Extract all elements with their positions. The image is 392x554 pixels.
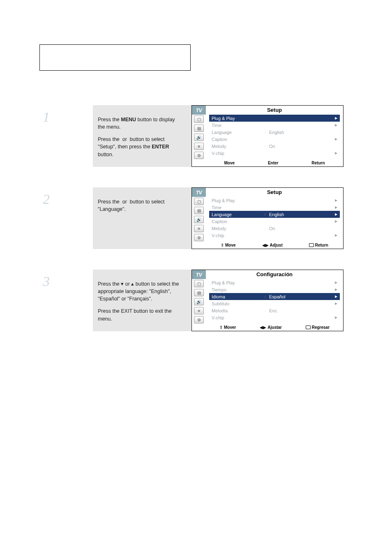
title-box	[39, 44, 191, 71]
channel-icon: ✕	[192, 142, 206, 151]
chevron-right-icon: ▶	[332, 123, 337, 127]
osd-row: Tiempo▶	[209, 286, 340, 293]
row-label: Plug & Play	[212, 116, 261, 121]
chevron-right-icon: ▶	[332, 233, 337, 237]
row-sep: :	[261, 145, 269, 148]
chevron-right-icon: ▶	[332, 205, 337, 209]
osd-row: V-chip▶	[209, 314, 340, 321]
footer-item: Regresar	[306, 325, 330, 330]
channel-icon: ✕	[192, 306, 206, 315]
footer-item: Return	[309, 243, 328, 247]
instruction-text: Press the or button to select "Language"…	[98, 198, 180, 218]
row-label: Melody	[212, 226, 261, 231]
row-label: Plug & Play	[212, 280, 261, 285]
chevron-right-icon: ▶	[332, 199, 337, 202]
footer-item: ⇕Mover	[219, 325, 236, 330]
row-label: Tiempo	[212, 287, 261, 292]
row-label: Language	[212, 212, 261, 217]
osd-row: Subtítulo▶	[209, 300, 340, 307]
osd-sidebar: TV▢▤🔊✕⚙	[192, 106, 206, 166]
picture-icon: ▤	[192, 206, 206, 215]
row-label: Subtítulo	[212, 301, 261, 306]
row-label: Caption	[212, 137, 261, 142]
footer-item: ◀▶Adjust	[262, 243, 283, 247]
text: or	[121, 136, 128, 142]
text: or	[124, 281, 131, 287]
row-value: English	[269, 130, 332, 135]
osd-main: SetupPlug & Play▶Time▶Language:English▶C…	[206, 188, 343, 249]
osd-screenshot-3: TV▢▤🔊✕⚙ConfiguraciónPlug & Play▶Tiempo▶I…	[191, 270, 344, 331]
step-number: 2	[43, 192, 50, 207]
row-label: Caption	[212, 219, 261, 224]
input-icon: ▢	[192, 197, 206, 206]
chevron-right-icon: ▶	[332, 316, 337, 319]
osd-row: Plug & Play▶	[209, 115, 340, 122]
footer-label: Move	[225, 243, 236, 247]
osd-main: SetupPlug & Play▶Time▶Language:EnglishCa…	[206, 106, 343, 166]
osd-row: Time▶	[209, 122, 340, 129]
row-label: V-chip	[212, 151, 261, 156]
footer-label: Adjust	[270, 243, 283, 247]
osd-row: Caption▶	[209, 218, 340, 225]
chevron-right-icon: ▶	[332, 288, 337, 291]
instruction-text: Press the ▾ or ▴ button to select the ap…	[98, 280, 180, 328]
osd-row: Time▶	[209, 204, 340, 211]
row-value: Enc.	[269, 308, 332, 313]
row-label: Plug & Play	[212, 198, 261, 203]
footer-item: Enter	[268, 161, 279, 165]
osd-sidebar: TV▢▤🔊✕⚙	[192, 188, 206, 249]
osd-row: Plug & Play▶	[209, 279, 340, 286]
footer-label: Mover	[224, 325, 236, 330]
osd-footer: MoveEnterReturn	[206, 159, 343, 166]
osd-row: Plug & Play▶	[209, 197, 340, 204]
setup-icon: ⚙	[192, 233, 206, 242]
row-label: Time	[212, 205, 261, 210]
setup-icon: ⚙	[192, 315, 206, 324]
osd-list: Plug & Play▶Time▶Language:English▶Captio…	[206, 197, 343, 239]
btn-label: ENTER	[152, 144, 169, 150]
input-icon: ▢	[192, 115, 206, 124]
footer-item: ◀▶Ajustar	[260, 325, 281, 330]
footer-label: Ajustar	[267, 325, 281, 330]
row-sep: :	[261, 309, 269, 312]
osd-main: ConfiguraciónPlug & Play▶Tiempo▶Idioma:E…	[206, 270, 343, 331]
footer-item: Move	[224, 161, 235, 165]
step-panel-2: 2 Press the or button to select "Languag…	[93, 187, 344, 249]
row-label: Idioma	[212, 294, 261, 299]
chevron-right-icon: ▶	[332, 116, 337, 120]
footer-item: ⇕Move	[221, 243, 236, 247]
osd-list: Plug & Play▶Tiempo▶Idioma:Español▶Subtít…	[206, 279, 343, 321]
step-panel-1: 1 Press the MENU button to display the m…	[93, 105, 344, 167]
osd-row: V-chip▶	[209, 232, 340, 239]
osd-row: Melodía:Enc.	[209, 307, 340, 314]
osd-title: Setup	[206, 106, 343, 115]
row-value: Español	[269, 294, 332, 299]
btn-label: MENU	[121, 117, 136, 122]
step-number: 1	[43, 109, 50, 125]
footer-label: Enter	[268, 161, 279, 165]
input-icon: ▢	[192, 279, 206, 288]
chevron-right-icon: ▶	[332, 295, 337, 298]
chevron-right-icon: ▶	[332, 302, 337, 305]
osd-list: Plug & Play▶Time▶Language:EnglishCaption…	[206, 115, 343, 157]
row-sep: :	[261, 295, 269, 298]
row-sep: :	[261, 213, 269, 216]
tv-label: TV	[192, 106, 206, 115]
channel-icon: ✕	[192, 224, 206, 233]
osd-screenshot-1: TV▢▤🔊✕⚙SetupPlug & Play▶Time▶Language:En…	[191, 105, 344, 167]
step-panel-3: 3 Press the ▾ or ▴ button to select the …	[93, 270, 344, 331]
osd-row: Melody:On	[209, 143, 340, 150]
osd-sidebar: TV▢▤🔊✕⚙	[192, 270, 206, 331]
osd-row: Caption▶	[209, 136, 340, 143]
row-label: Melodía	[212, 308, 261, 313]
text: Press the	[98, 281, 121, 287]
osd-row: Language:English▶	[209, 211, 340, 218]
row-sep: :	[261, 227, 269, 230]
text: Press the	[98, 136, 121, 142]
osd-row: Melody:On	[209, 225, 340, 232]
row-label: Time	[212, 123, 261, 128]
osd-row: V-chip▶	[209, 150, 340, 157]
chevron-right-icon: ▶	[332, 151, 337, 155]
chevron-right-icon: ▶	[332, 219, 337, 223]
osd-footer: ⇕Move◀▶AdjustReturn	[206, 241, 343, 249]
